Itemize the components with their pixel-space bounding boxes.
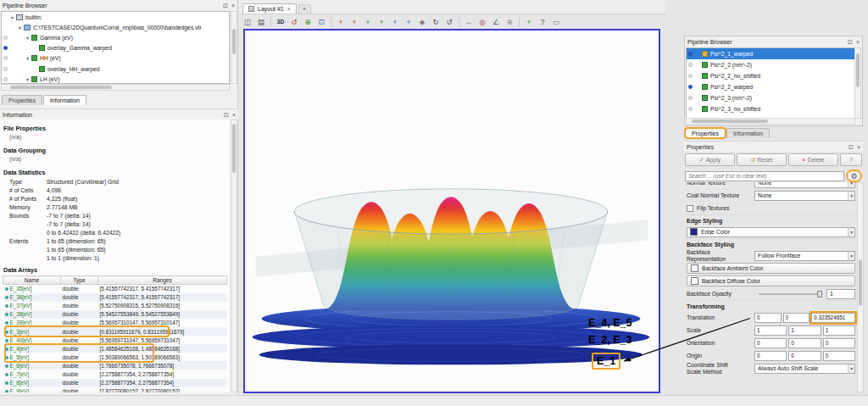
orientation-x-input[interactable] (754, 338, 787, 348)
search-input[interactable] (685, 171, 844, 181)
pipeline-item[interactable]: overlay_HH_warped (2, 64, 229, 74)
pipeline-item[interactable]: overlay_Gamma_warped (2, 43, 229, 53)
scroll-thumb[interactable] (859, 259, 862, 306)
undock-icon[interactable]: ⊡ (224, 112, 229, 118)
view-y-minus-icon[interactable]: + (376, 16, 387, 27)
reset-camera-icon[interactable]: ↺ (288, 16, 300, 27)
coat-normal-texture-dropdown[interactable]: None▾ (754, 191, 855, 201)
rotate-90-cw-icon[interactable]: ↻ (430, 16, 442, 27)
data-array-row[interactable]: E_8[eV]double[2.2758877354, 2.2758877354… (3, 379, 227, 387)
pipeline-tree-vscrollbar[interactable] (854, 47, 861, 119)
scroll-thumb[interactable] (10, 86, 112, 89)
isometric-view-icon[interactable]: ◈ (416, 16, 428, 27)
add-layout-tab-button[interactable]: + (298, 4, 311, 14)
edge-color-dropdown[interactable]: Edge Color▾ (687, 227, 855, 237)
visibility-toggle[interactable] (687, 63, 694, 67)
coordinate-shift-dropdown[interactable]: Always Auto Shift Scale▾ (754, 364, 855, 374)
scroll-thumb[interactable] (232, 29, 236, 54)
translation-y-input[interactable] (783, 313, 810, 323)
visibility-toggle[interactable] (2, 36, 9, 40)
tab-properties[interactable]: Properties (685, 128, 726, 138)
undock-icon[interactable]: ⊡ (223, 3, 228, 8)
information-vscrollbar[interactable] (231, 120, 237, 392)
rotate-90-ccw-icon[interactable]: ↺ (443, 16, 455, 27)
column-header-ranges[interactable]: Ranges (98, 276, 227, 285)
close-icon[interactable]: × (232, 112, 236, 118)
tab-properties[interactable]: Properties (2, 95, 42, 105)
probe-location-icon[interactable]: ◎ (476, 16, 488, 27)
data-array-row[interactable]: E_40[eV]double[5.56959731047, 5.56959731… (3, 336, 227, 344)
data-array-row[interactable]: E_37[eV]double[5.52750908315, 5.52750908… (3, 302, 227, 310)
pipeline-item[interactable]: Psi^2_1_warped (687, 48, 854, 59)
normal-texture-dropdown[interactable]: None▾ (754, 182, 855, 188)
data-array-row[interactable]: E_39[eV]double[5.56957310147, 5.56957310… (3, 319, 227, 327)
layout-tab-close-icon[interactable]: × (287, 6, 291, 12)
pipeline-item[interactable]: Psi^2_2_warped (687, 81, 854, 92)
origin-z-input[interactable] (823, 351, 855, 361)
view-x-minus-icon[interactable]: + (348, 16, 360, 27)
scale-x-input[interactable] (754, 325, 787, 336)
pipeline-tree-hscrollbar[interactable] (686, 118, 855, 125)
reset-button[interactable]: ↺Reset (737, 153, 787, 166)
visibility-toggle[interactable] (687, 96, 694, 100)
data-array-row[interactable]: E_6[eV]double[1.7666735078, 1.7666735078… (3, 361, 227, 370)
backface-dropdown[interactable]: Follow Frontface▾ (754, 251, 855, 261)
pipeline-item[interactable]: Psi^2_3_no_shifted (687, 103, 854, 114)
tab-information[interactable]: Information (726, 128, 770, 138)
close-icon[interactable]: × (231, 3, 235, 8)
expander-icon[interactable]: ▾ (17, 25, 23, 31)
origin-y-input[interactable] (788, 351, 821, 361)
properties-vscrollbar[interactable] (857, 182, 864, 392)
opacity-value-input[interactable]: 1 (826, 289, 855, 299)
add-annotation-icon[interactable]: + (523, 16, 535, 27)
undock-icon[interactable]: ⊡ (849, 144, 854, 150)
undock-icon[interactable]: ⊡ (848, 39, 853, 45)
ruler-icon[interactable]: ∠ (490, 16, 502, 27)
visibility-toggle[interactable] (2, 77, 9, 81)
expander-icon[interactable]: ▾ (9, 14, 15, 20)
pipeline-tree-hscrollbar[interactable] (1, 84, 230, 91)
layout-tab[interactable]: Layout #1 × (242, 3, 297, 14)
pan-mode-icon[interactable]: ↔ (463, 16, 475, 27)
data-array-row[interactable]: E_4[eV]double[1.48584635168, 1.485846351… (3, 344, 227, 353)
scale-y-input[interactable] (788, 325, 821, 336)
zoom-to-box-icon[interactable]: ⊡ (315, 16, 327, 27)
center-of-rotation-icon[interactable]: ⊕ (504, 16, 515, 27)
slider-handle[interactable] (817, 291, 822, 298)
expander-icon[interactable]: ▾ (25, 55, 31, 61)
data-array-row[interactable]: E_5[eV]double[1.50389066563, 1.503890665… (3, 353, 227, 361)
trash-icon[interactable]: ▭ (550, 16, 562, 27)
pipeline-item[interactable]: ▾Gamma (eV) (2, 32, 229, 42)
visibility-toggle[interactable] (687, 107, 694, 111)
data-array-row[interactable]: E_9[eV]double[2.82770080152, 2.827700801… (3, 387, 227, 392)
orientation-y-input[interactable] (788, 338, 821, 348)
help-icon[interactable]: ? (537, 16, 548, 27)
data-array-row[interactable]: E_38[eV]double[5.54527553849, 5.54527553… (3, 310, 227, 319)
data-array-row[interactable]: E_35[eV]double[5.41557742317, 5.41557742… (3, 285, 227, 293)
backface-diffuse-color-button[interactable]: Backface Diffuse Color (687, 275, 855, 286)
capture-view-icon[interactable]: ▤ (255, 16, 267, 27)
translation-x-input[interactable] (754, 313, 782, 323)
render-viewport[interactable]: E_4, E_5 E_2, E_3 E_1 (243, 29, 660, 393)
visibility-toggle[interactable] (687, 52, 694, 56)
data-array-row[interactable]: E_3[eV]double[0.831195911679, 0.83119591… (3, 327, 227, 336)
view-z-minus-icon[interactable]: + (403, 16, 415, 27)
data-array-row[interactable]: E_7[eV]double[2.2758877354, 2.2758877354… (3, 370, 227, 378)
scale-z-input[interactable] (823, 325, 855, 336)
visibility-toggle[interactable] (2, 67, 9, 71)
visibility-toggle[interactable] (2, 46, 9, 50)
view-y-plus-icon[interactable]: + (362, 16, 374, 27)
expander-icon[interactable]: ▾ (25, 35, 31, 41)
advanced-properties-gear-button[interactable]: ⚙ (846, 170, 862, 182)
pipeline-item[interactable]: ▾builtin: (2, 12, 229, 22)
visibility-toggle[interactable] (687, 74, 694, 78)
pipeline-item[interactable]: Psi^2_2 (nm^-2) (687, 59, 854, 70)
tab-information[interactable]: Information (43, 95, 86, 105)
help-button[interactable]: ? (840, 153, 862, 166)
close-icon[interactable]: × (856, 39, 860, 45)
view-x-plus-icon[interactable]: + (335, 16, 347, 27)
opacity-slider[interactable] (759, 293, 822, 295)
scroll-thumb[interactable] (856, 53, 860, 87)
backface-ambient-color-button[interactable]: Backface Ambient Color (687, 263, 855, 274)
column-header-name[interactable]: Name (3, 276, 61, 285)
